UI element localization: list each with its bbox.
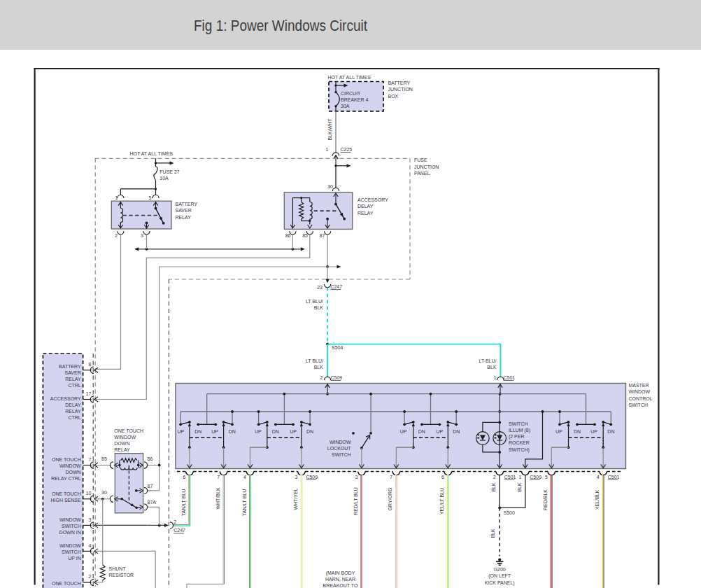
svg-text:CTRL: CTRL	[68, 415, 80, 420]
svg-text:87A: 87A	[148, 500, 157, 505]
svg-text:DN: DN	[306, 429, 313, 434]
svg-text:LT BLU/: LT BLU/	[306, 299, 323, 304]
svg-text:DN: DN	[272, 429, 279, 434]
svg-text:DOWN IN: DOWN IN	[59, 530, 81, 535]
svg-text:4: 4	[597, 475, 600, 479]
svg-text:HARN, NEAR: HARN, NEAR	[325, 577, 355, 582]
svg-text:30: 30	[327, 184, 333, 189]
svg-text:BLK: BLK	[314, 365, 324, 370]
svg-text:C509: C509	[530, 475, 541, 479]
svg-text:KICK PANEL): KICK PANEL)	[485, 580, 515, 586]
svg-text:10A: 10A	[160, 176, 169, 181]
svg-text:7: 7	[390, 475, 392, 479]
svg-text:C501: C501	[608, 475, 620, 479]
svg-text:6: 6	[441, 475, 444, 479]
svg-text:BATTERY: BATTERY	[59, 364, 81, 369]
svg-text:LT BLU/: LT BLU/	[479, 358, 497, 363]
svg-text:DOWN: DOWN	[66, 470, 81, 475]
svg-text:6: 6	[183, 475, 185, 479]
svg-text:C501: C501	[504, 375, 516, 380]
svg-text:2: 2	[115, 233, 118, 238]
svg-text:HOT AT ALL TIMES: HOT AT ALL TIMES	[130, 151, 174, 156]
svg-text:ROCKER: ROCKER	[509, 440, 530, 445]
svg-text:17: 17	[86, 391, 92, 396]
svg-text:WHT/BLK: WHT/BLK	[215, 487, 220, 509]
svg-text:7: 7	[217, 475, 220, 479]
svg-text:RED/LT BLU: RED/LT BLU	[353, 487, 358, 515]
svg-text:86: 86	[148, 456, 153, 461]
svg-text:C501: C501	[504, 475, 516, 479]
svg-text:WINDOW: WINDOW	[114, 435, 136, 440]
svg-text:C247: C247	[174, 528, 185, 533]
svg-text:SWITCH): SWITCH)	[509, 447, 530, 453]
svg-text:TAN/LT BLU: TAN/LT BLU	[181, 489, 186, 517]
svg-text:BLK: BLK	[314, 305, 324, 310]
svg-text:DOWN: DOWN	[114, 441, 129, 446]
svg-text:BLK: BLK	[491, 482, 496, 492]
svg-text:S504: S504	[332, 345, 343, 350]
svg-text:JUNCTION: JUNCTION	[388, 87, 413, 92]
svg-text:DN: DN	[418, 429, 425, 434]
svg-text:S500: S500	[504, 510, 515, 515]
svg-text:BLK/WHT: BLK/WHT	[327, 118, 332, 141]
svg-text:C247: C247	[330, 284, 342, 289]
svg-text:C509: C509	[331, 375, 343, 380]
svg-text:UP IN: UP IN	[68, 556, 81, 561]
svg-text:UP: UP	[255, 429, 262, 434]
svg-text:(MAIN BODY: (MAIN BODY	[326, 570, 355, 576]
svg-text:SWITCH: SWITCH	[509, 421, 528, 426]
svg-text:SWITCH: SWITCH	[62, 524, 81, 528]
svg-text:30A: 30A	[341, 104, 350, 108]
svg-text:(2 PER: (2 PER	[509, 434, 525, 440]
svg-text:MASTER: MASTER	[628, 383, 649, 388]
svg-text:SHUNT: SHUNT	[109, 566, 127, 571]
svg-text:85: 85	[101, 456, 107, 461]
svg-text:ONE TOUCH: ONE TOUCH	[52, 457, 81, 462]
svg-text:3: 3	[295, 475, 297, 479]
svg-text:Fig 1: Power Windows Circuit: Fig 1: Power Windows Circuit	[194, 17, 367, 34]
svg-text:WINDOW: WINDOW	[59, 463, 81, 468]
svg-text:BREAKOUT TO: BREAKOUT TO	[323, 583, 358, 588]
svg-text:C509: C509	[306, 475, 318, 479]
svg-text:87: 87	[320, 233, 325, 238]
svg-text:SWITCH: SWITCH	[628, 402, 648, 407]
svg-text:1: 1	[115, 195, 118, 200]
svg-text:4: 4	[89, 543, 92, 548]
svg-text:1: 1	[326, 147, 329, 152]
svg-text:ILLUM (8): ILLUM (8)	[509, 428, 530, 433]
svg-text:23: 23	[317, 285, 323, 290]
svg-text:SAVER: SAVER	[176, 208, 192, 213]
svg-text:SAVER: SAVER	[64, 370, 80, 375]
svg-text:8: 8	[89, 362, 92, 367]
svg-text:3: 3	[355, 475, 357, 479]
svg-text:HOT AT ALL TIMES: HOT AT ALL TIMES	[328, 75, 371, 80]
svg-text:BREAKER 4: BREAKER 4	[341, 97, 368, 102]
svg-text:C225: C225	[341, 147, 353, 152]
svg-text:DELAY: DELAY	[357, 204, 374, 209]
svg-text:RELAY: RELAY	[65, 377, 81, 382]
svg-text:PANEL: PANEL	[414, 171, 430, 176]
svg-text:DN: DN	[607, 429, 614, 434]
svg-text:FUSE: FUSE	[414, 158, 427, 162]
svg-text:ONE TOUCH: ONE TOUCH	[114, 428, 143, 433]
svg-text:3: 3	[89, 517, 92, 522]
svg-text:85: 85	[302, 233, 308, 238]
svg-text:CIRCUIT: CIRCUIT	[341, 91, 361, 96]
svg-text:5: 5	[149, 195, 152, 200]
svg-text:RELAY: RELAY	[176, 215, 192, 220]
svg-text:86: 86	[285, 233, 291, 238]
svg-text:YEL/BLK: YEL/BLK	[595, 489, 600, 510]
svg-text:UP: UP	[590, 429, 597, 434]
svg-text:ONE TOUCH: ONE TOUCH	[52, 581, 81, 586]
svg-text:UP: UP	[555, 429, 562, 434]
svg-text:DN: DN	[229, 429, 236, 434]
svg-text:BATTERY: BATTERY	[388, 80, 411, 85]
svg-text:DELAY: DELAY	[65, 402, 81, 407]
svg-text:2: 2	[174, 519, 176, 524]
svg-text:BOX: BOX	[388, 94, 399, 99]
svg-text:5: 5	[545, 475, 548, 479]
svg-text:DN: DN	[453, 429, 460, 434]
svg-text:BLK: BLK	[487, 365, 497, 370]
svg-text:BATTERY: BATTERY	[176, 202, 198, 206]
svg-text:SWITCH: SWITCH	[62, 550, 81, 554]
